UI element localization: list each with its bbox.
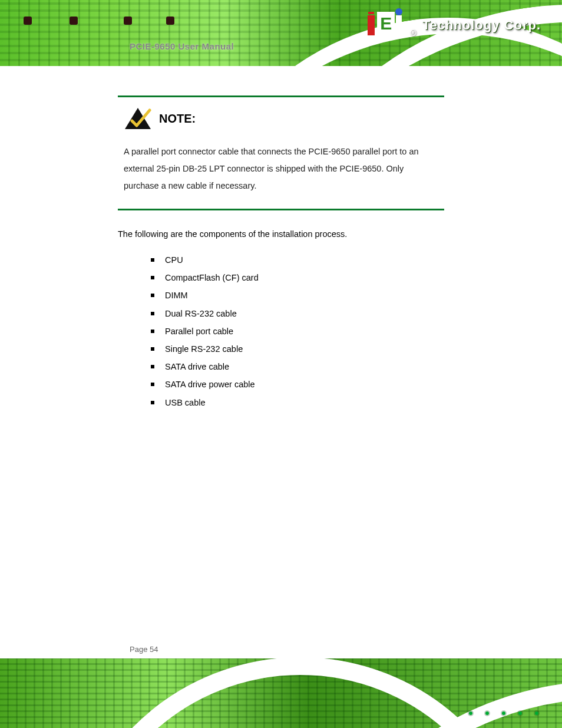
decorative-dots-row bbox=[469, 711, 538, 715]
header-banner: ® Technology Corp. PCIE-9650 User Manual bbox=[0, 0, 562, 66]
note-header: NOTE: bbox=[124, 107, 438, 130]
footer-banner bbox=[0, 658, 562, 728]
list-item: CompactFlash (CF) card bbox=[151, 271, 444, 285]
iei-logo-icon bbox=[368, 12, 404, 39]
brand-text: Technology Corp. bbox=[422, 18, 541, 33]
note-box: NOTE: A parallel port connector cable th… bbox=[118, 95, 444, 210]
document-title: PCIE-9650 User Manual bbox=[130, 41, 234, 51]
page-content: NOTE: A parallel port connector cable th… bbox=[0, 66, 562, 426]
decorative-dot bbox=[124, 17, 132, 25]
component-list: CPU CompactFlash (CF) card DIMM Dual RS-… bbox=[151, 253, 444, 410]
page-label: Page 54 bbox=[130, 645, 158, 654]
list-item: Dual RS-232 cable bbox=[151, 307, 444, 321]
decorative-dot bbox=[24, 17, 32, 25]
list-item: Single RS-232 cable bbox=[151, 342, 444, 356]
list-item: SATA drive power cable bbox=[151, 378, 444, 391]
checkmark-triangle-icon bbox=[124, 107, 152, 130]
list-item: SATA drive cable bbox=[151, 360, 444, 374]
decorative-dot bbox=[166, 17, 174, 25]
registered-mark: ® bbox=[410, 28, 416, 38]
note-body: A parallel port connector cable that con… bbox=[124, 143, 438, 195]
decorative-dot bbox=[70, 17, 78, 25]
list-item: Parallel port cable bbox=[151, 325, 444, 338]
brand-logo-block: ® Technology Corp. bbox=[368, 12, 541, 39]
lead-paragraph: The following are the components of the … bbox=[118, 226, 444, 243]
list-item: DIMM bbox=[151, 289, 444, 302]
list-item: CPU bbox=[151, 253, 444, 267]
note-title: NOTE: bbox=[159, 112, 196, 126]
list-item: USB cable bbox=[151, 396, 444, 410]
